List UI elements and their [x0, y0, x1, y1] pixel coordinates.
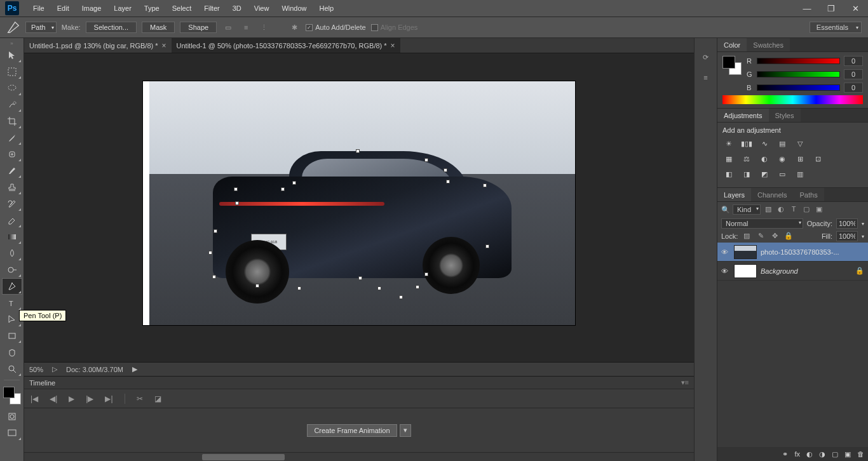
curves-icon[interactable]: ∿	[758, 138, 771, 149]
crop-tool[interactable]	[3, 114, 22, 129]
path-mode-dropdown[interactable]: Path	[25, 22, 57, 33]
menu-layer[interactable]: Layer	[107, 4, 138, 12]
filter-adjust-icon[interactable]: ◐	[776, 205, 786, 214]
lock-image-icon[interactable]: ✎	[756, 232, 766, 241]
history-panel-icon[interactable]: ⟳	[698, 51, 714, 63]
visibility-icon[interactable]: 👁	[721, 267, 730, 275]
marquee-tool[interactable]	[3, 64, 22, 79]
dodge-tool[interactable]	[3, 262, 22, 277]
eyedropper-tool[interactable]	[3, 130, 22, 145]
zoom-tool[interactable]	[3, 361, 22, 377]
align-edges-checkbox[interactable]: Align Edges	[371, 23, 418, 31]
paths-tab[interactable]: Paths	[794, 188, 824, 201]
b-value[interactable]: 0	[844, 83, 863, 93]
pen-tool[interactable]	[3, 279, 22, 294]
stamp-tool[interactable]	[3, 180, 22, 195]
panel-menu-icon[interactable]: ▾≡	[681, 378, 689, 387]
path-arrange-icon[interactable]: ⋮	[257, 21, 270, 34]
quick-mask-icon[interactable]	[3, 409, 22, 424]
close-icon[interactable]: ✕	[848, 3, 863, 14]
vibrance-icon[interactable]: ▽	[794, 138, 806, 149]
path-anchor[interactable]	[356, 149, 360, 153]
tab-close-icon[interactable]: ×	[391, 41, 395, 50]
menu-view[interactable]: View	[248, 4, 276, 12]
r-value[interactable]: 0	[844, 56, 863, 66]
path-anchor[interactable]	[281, 187, 285, 191]
next-frame-icon[interactable]: |▶	[86, 394, 93, 403]
menu-filter[interactable]: Filter	[198, 4, 226, 12]
create-frame-animation-button[interactable]: Create Frame Animation	[307, 424, 397, 437]
lock-position-icon[interactable]: ✥	[770, 232, 780, 241]
make-selection-button[interactable]: Selection...	[86, 22, 137, 33]
channels-tab[interactable]: Channels	[751, 188, 793, 201]
minimize-icon[interactable]: —	[799, 3, 815, 14]
menu-file[interactable]: File	[27, 4, 51, 12]
path-anchor[interactable]	[424, 158, 428, 162]
filter-shape-icon[interactable]: ▢	[801, 205, 811, 214]
swatches-tab[interactable]: Swatches	[747, 38, 790, 51]
create-animation-dropdown[interactable]: ▾	[400, 424, 411, 437]
blur-tool[interactable]	[3, 246, 22, 261]
canvas[interactable]: CWC·918	[143, 81, 575, 325]
channel-mixer-icon[interactable]: ⊞	[794, 153, 806, 164]
path-anchor[interactable]	[234, 187, 238, 191]
zoom-level[interactable]: 50%	[29, 366, 43, 373]
invert-icon[interactable]: ◧	[722, 168, 735, 180]
horizontal-scrollbar[interactable]	[24, 452, 694, 461]
g-slider[interactable]	[757, 71, 840, 77]
color-balance-icon[interactable]: ⚖	[740, 153, 753, 164]
path-anchor[interactable]	[208, 251, 212, 255]
path-anchor[interactable]	[377, 286, 381, 290]
healing-tool[interactable]	[3, 147, 22, 162]
color-lookup-icon[interactable]: ⊡	[811, 153, 824, 164]
hand-tool[interactable]	[3, 345, 22, 360]
doc-info-arrow-icon[interactable]: ▶	[132, 365, 137, 373]
path-anchor[interactable]	[399, 295, 403, 299]
path-select-tool[interactable]	[3, 312, 22, 327]
lock-all-icon[interactable]: 🔒	[783, 232, 794, 241]
doc-info-icon[interactable]: ▷	[52, 365, 57, 373]
bw-icon[interactable]: ◐	[758, 153, 771, 164]
layers-tab[interactable]: Layers	[717, 188, 751, 201]
path-anchor[interactable]	[446, 180, 450, 184]
layer-thumbnail[interactable]	[734, 245, 757, 259]
layer-item[interactable]: 👁 photo-1503376780353-...	[717, 243, 868, 262]
menu-help[interactable]: Help	[313, 4, 341, 12]
brush-tool[interactable]	[3, 163, 22, 178]
layer-name[interactable]: Background	[761, 267, 851, 275]
levels-icon[interactable]: ▮▯▮	[740, 138, 753, 149]
path-anchor[interactable]	[416, 285, 419, 289]
new-group-icon[interactable]: ▢	[832, 450, 838, 458]
menu-image[interactable]: Image	[76, 4, 108, 12]
document-tab-1[interactable]: Untitled-1.psd @ 130% (big car, RGB/8) *…	[24, 38, 172, 53]
lock-icon[interactable]: 🔒	[855, 267, 864, 275]
b-slider[interactable]	[757, 84, 840, 91]
quick-select-tool[interactable]	[3, 97, 22, 112]
menu-select[interactable]: Select	[166, 4, 198, 12]
color-swatch[interactable]	[722, 56, 742, 75]
selective-color-icon[interactable]: ▥	[794, 168, 806, 180]
path-anchor[interactable]	[485, 244, 489, 248]
path-anchor[interactable]	[444, 168, 447, 172]
lock-transparent-icon[interactable]: ▨	[742, 232, 752, 241]
eraser-tool[interactable]	[3, 213, 22, 228]
hue-icon[interactable]: ▦	[722, 153, 735, 164]
new-fill-icon[interactable]: ◑	[819, 450, 825, 458]
opacity-input[interactable]	[836, 218, 858, 229]
posterize-icon[interactable]: ◨	[740, 168, 753, 180]
r-slider[interactable]	[757, 58, 840, 64]
properties-panel-icon[interactable]: ≡	[698, 71, 714, 84]
menu-edit[interactable]: Edit	[51, 4, 76, 12]
history-brush-tool[interactable]	[3, 196, 22, 211]
maximize-icon[interactable]: ❐	[824, 3, 839, 14]
last-frame-icon[interactable]: ▶|	[105, 394, 112, 403]
layer-thumbnail[interactable]	[734, 264, 757, 278]
layer-filter-dropdown[interactable]: Kind	[733, 204, 761, 215]
filter-pixel-icon[interactable]: ▧	[763, 205, 773, 214]
canvas-area[interactable]: CWC·918	[24, 53, 694, 362]
path-align-icon[interactable]: ≡	[240, 21, 252, 34]
filter-smart-icon[interactable]: ▣	[814, 205, 824, 214]
gradient-map-icon[interactable]: ▭	[776, 168, 789, 180]
path-anchor[interactable]	[212, 275, 216, 279]
path-ops-icon[interactable]: ▭	[222, 21, 234, 34]
